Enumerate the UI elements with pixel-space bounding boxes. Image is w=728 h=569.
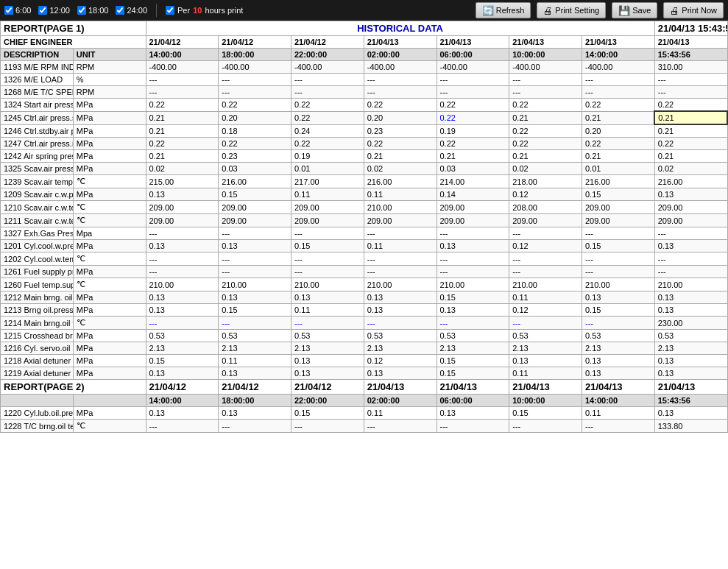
table-row: 1210 Scav.air c.w.temp.in.cooler℃ 209.00…: [1, 201, 728, 214]
time-col-1: 14:00:00: [146, 49, 219, 61]
date2-col-4: 21/04/13: [364, 380, 437, 395]
date2-col-8: 21/04/13: [654, 380, 727, 395]
time-col-8: 15:43:56: [654, 49, 727, 61]
main-area: REPORT(PAGE 1) HISTORICAL DATA 21/04/13 …: [0, 21, 728, 569]
table-row: 1247 Ctrl.air press.in.eng.MPa 0.220.220…: [1, 138, 728, 150]
date2-col-2: 21/04/12: [219, 380, 291, 395]
table-row: 1219 Axial detuner oil press.free endMPa…: [1, 367, 728, 380]
table-row: 1193 M/E RPM IND.RPM -400.00-400.00-400.…: [1, 61, 728, 74]
refresh-button[interactable]: 🔄 Refresh: [476, 2, 531, 18]
data-table: REPORT(PAGE 1) HISTORICAL DATA 21/04/13 …: [0, 21, 728, 433]
table-row: 1218 Axial detuner oil press.driv.endMPa…: [1, 355, 728, 367]
desc-col-header: DESCRIPTION: [1, 49, 74, 61]
date-col-3: 21/04/12: [291, 36, 364, 49]
table-row: 1325 Scav.air press.inletMPa 0.020.030.0…: [1, 163, 728, 175]
date-col-2: 21/04/12: [219, 36, 291, 49]
checkbox-18[interactable]: 18:00: [77, 6, 109, 15]
print-setting-icon: 🖨: [543, 5, 553, 16]
table-row: 1214 Main brng.oil temp.in℃ ------------…: [1, 317, 728, 330]
table-row: 1239 Scav.air temp.aft a/c℃ 215.00216.00…: [1, 175, 728, 188]
table-row: 1228 T/C brng.oil temp.out℃ ------------…: [1, 420, 728, 433]
date2-col-6: 21/04/13: [509, 380, 582, 395]
time-col-2: 18:00:00: [219, 49, 291, 61]
table-row: 1202 Cyl.cool.w.temp.in.℃ --------------…: [1, 252, 728, 266]
desc-header2-row: 14:00:00 18:00:00 22:00:00 02:00:00 06:0…: [1, 395, 728, 407]
date2-col-5: 21/04/13: [437, 380, 509, 395]
print-now-icon: 🖨: [670, 5, 679, 16]
table-row: 1327 Exh.Gas Press.Mpa -----------------…: [1, 227, 728, 240]
per-hours-group: Per 10 hours print: [166, 6, 243, 15]
table-row: 1215 Crosshead brng.oil press.MPa 0.530.…: [1, 330, 728, 342]
date-col-6: 21/04/13: [509, 36, 582, 49]
table-row: 1268 M/E T/C SPEEDRPM ------------------…: [1, 86, 728, 99]
time-col-7: 14:00:00: [582, 49, 655, 61]
content-area[interactable]: REPORT(PAGE 1) HISTORICAL DATA 21/04/13 …: [0, 21, 728, 569]
date2-col-1: 21/04/12: [146, 380, 219, 395]
save-button[interactable]: 💾 Save: [612, 2, 657, 18]
time-col-4: 02:00:00: [364, 49, 437, 61]
date-col-4: 21/04/13: [364, 36, 437, 49]
report1-title: REPORT(PAGE 1): [1, 21, 146, 36]
date2-col-3: 21/04/12: [291, 380, 364, 395]
table-row: 1209 Scav.air c.w.press.in.coolerMPa 0.1…: [1, 188, 728, 201]
table-row: 1213 Brng oil.press.before inj.MPa 0.130…: [1, 304, 728, 317]
per-hours-checkbox[interactable]: [166, 6, 174, 15]
checkbox-6[interactable]: 6:00: [4, 6, 31, 15]
table-row: 1324 Start air press.inletMPa 0.220.220.…: [1, 99, 728, 112]
report2-title: REPORT(PAGE 2): [1, 380, 146, 395]
checkbox-12[interactable]: 12:00: [38, 6, 70, 15]
table-row: 1261 Fuel supply press.MPa -------------…: [1, 266, 728, 278]
date-col-8: 21/04/13: [654, 36, 727, 49]
time-checkboxes: 6:00 12:00 18:00 24:00: [4, 6, 147, 15]
table-row: 1220 Cyl.lub.oil.press.MPa 0.130.130.150…: [1, 407, 728, 420]
date-col-7: 21/04/13: [582, 36, 655, 49]
table-row: 1201 Cyl.cool.w.press.in.MPa 0.130.130.1…: [1, 240, 728, 252]
table-row: 1246 Ctrl.stdby.air press.MPa 0.210.180.…: [1, 124, 728, 138]
toolbar: 6:00 12:00 18:00 24:00 Per 10 hours prin…: [0, 0, 728, 21]
refresh-icon: 🔄: [482, 5, 494, 16]
time-col-5: 06:00:00: [437, 49, 509, 61]
print-setting-button[interactable]: 🖨 Print Setting: [537, 2, 606, 18]
report2-header-row: REPORT(PAGE 2) 21/04/12 21/04/12 21/04/1…: [1, 380, 728, 395]
historical-title: HISTORICAL DATA: [146, 21, 654, 36]
table-row: 1260 Fuel temp.supply unit℃ 210.00210.00…: [1, 278, 728, 291]
table-row: 1216 Cyl. servo.oil press.MPa 2.132.132.…: [1, 342, 728, 355]
table-row: 1242 Air spring press.inletMPa 0.210.230…: [1, 150, 728, 163]
date2-col-7: 21/04/13: [582, 380, 655, 395]
checkbox-24[interactable]: 24:00: [116, 6, 147, 15]
date-col-1: 21/04/12: [146, 36, 219, 49]
date-col-5: 21/04/13: [437, 36, 509, 49]
table-row: 1211 Scav.air c.w.temp.out.cooler℃ 209.0…: [1, 214, 728, 227]
time-col-6: 10:00:00: [509, 49, 582, 61]
save-icon: 💾: [618, 5, 630, 16]
chief-engineer-label: CHIEF ENGINEER: [1, 36, 146, 49]
print-now-button[interactable]: 🖨 Print Now: [663, 2, 724, 18]
unit-col-header: UNIT: [73, 49, 146, 61]
table-row: 1326 M/E LOAD% ------------------------: [1, 74, 728, 86]
chief-engineer-row: CHIEF ENGINEER 21/04/12 21/04/12 21/04/1…: [1, 36, 728, 49]
timestamp: 21/04/13 15:43:56: [654, 21, 727, 36]
divider1: [156, 4, 157, 17]
desc-header-row: DESCRIPTION UNIT 14:00:00 18:00:00 22:00…: [1, 49, 728, 61]
table-row: 1245 Ctrl.air press.supplyMPa 0.210.200.…: [1, 111, 728, 124]
table-row: 1212 Main brng. oil.pressMPa 0.130.130.1…: [1, 291, 728, 304]
report1-header-row: REPORT(PAGE 1) HISTORICAL DATA 21/04/13 …: [1, 21, 728, 36]
time-col-3: 22:00:00: [291, 49, 364, 61]
